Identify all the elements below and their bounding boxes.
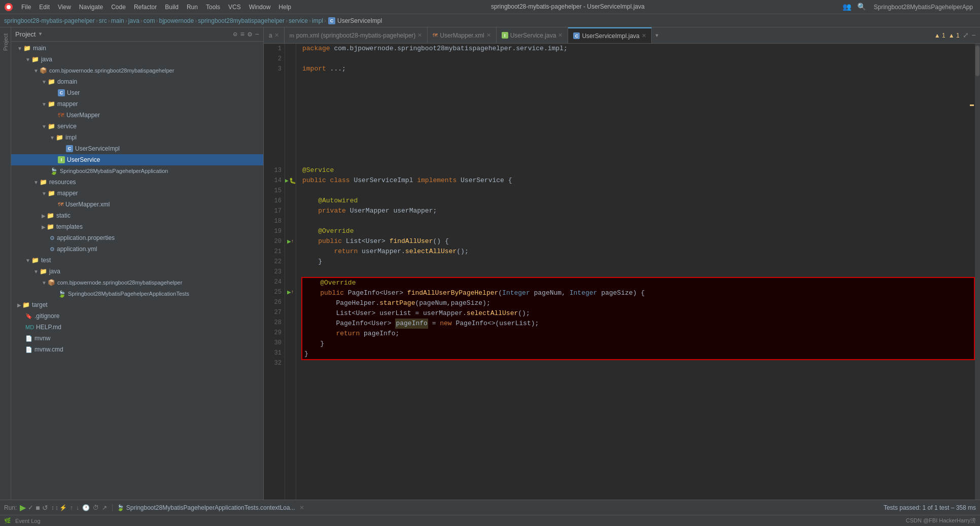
tree-item-usermapper-xml[interactable]: 🗺 UserMapper.xml — [11, 199, 263, 210]
arrow-next[interactable]: ↓ — [76, 504, 79, 511]
menu-run[interactable]: Run — [183, 3, 202, 12]
menu-refactor[interactable]: Refactor — [130, 3, 161, 12]
tree-item-test-com[interactable]: ▼ 📦 com.bjpowernode.springboot28mybatisp… — [11, 277, 263, 288]
tree-item-user-class[interactable]: C User — [11, 87, 263, 98]
menu-file[interactable]: File — [17, 3, 35, 12]
tree-item-testapp[interactable]: 🍃 Springboot28MybatisPagehelperApplicati… — [11, 288, 263, 299]
tab-userservice[interactable]: I UserService.java ✕ — [497, 27, 569, 44]
run-test-icon[interactable]: ✓ — [28, 504, 33, 511]
menu-vcs[interactable]: VCS — [224, 3, 245, 12]
tree-item-mvnwcmd[interactable]: 📄 mvnw.cmd — [11, 344, 263, 355]
history-icon[interactable]: ⏱ — [93, 504, 99, 511]
arrow-prev[interactable]: ↑ — [70, 504, 73, 511]
breadcrumb-package[interactable]: springboot28mybatispagehelper — [198, 17, 285, 24]
tree-item-userserviceimpl[interactable]: C UserServiceImpl — [11, 143, 263, 154]
code-editor[interactable]: 1 2 3 13 14 15 16 17 18 19 20 2 — [264, 44, 980, 500]
open-icon[interactable]: ↗ — [102, 504, 107, 511]
expand-editor-icon[interactable]: ⤢ — [963, 31, 969, 40]
tree-item-service[interactable]: ▼ 📁 service — [11, 121, 263, 132]
menu-window[interactable]: Window — [245, 3, 275, 12]
sort-icon-2[interactable]: ↕ — [55, 504, 58, 511]
scrollbar-track[interactable] — [975, 44, 980, 500]
tab-userservice-close[interactable]: ✕ — [558, 32, 563, 39]
tab-pom-close[interactable]: ✕ — [417, 32, 422, 39]
tab-usermapper-xml[interactable]: 🗺 UserMapper.xml ✕ — [428, 27, 496, 44]
breadcrumb-service[interactable]: service — [289, 17, 308, 24]
tree-item-usermapper[interactable]: 🗺 UserMapper — [11, 110, 263, 121]
collapse-all-icon[interactable]: ≡ — [240, 30, 244, 39]
menu-help[interactable]: Help — [274, 3, 295, 12]
breadcrumb-main[interactable]: main — [111, 17, 124, 24]
tab-pom[interactable]: m pom.xml (springboot28-mybatis-pagehelp… — [285, 27, 428, 44]
run-bar: Run: ▶ ✓ ■ ↺ ↕ ↕ ⚡ ↑ ↓ 🕐 ⏱ ↗ 🍃 Springboo… — [0, 500, 980, 515]
menu-edit[interactable]: Edit — [35, 3, 54, 12]
tree-item-app-props[interactable]: ⚙ application.properties — [11, 232, 263, 243]
breadcrumb-com[interactable]: com — [144, 17, 155, 24]
menu-build[interactable]: Build — [161, 3, 183, 12]
tab-usermapper-xml-close[interactable]: ✕ — [486, 32, 491, 39]
code-line-12 — [302, 155, 975, 165]
code-line-18 — [302, 216, 975, 226]
collapse-editor-icon[interactable]: − — [972, 31, 976, 40]
run-tab-close[interactable]: ✕ — [299, 504, 304, 511]
project-side-tab[interactable]: Project — [0, 27, 11, 500]
breadcrumb-src[interactable]: src — [99, 17, 107, 24]
code-text[interactable]: package com.bjpowernode.springboot28myba… — [296, 44, 975, 500]
scope-icon[interactable]: ⊙ — [233, 30, 237, 39]
tab-userserviceimpl[interactable]: C UserServiceImpl.java ✕ — [568, 27, 651, 44]
run-gutter-20[interactable]: ▶↑ — [285, 236, 296, 247]
breadcrumb-impl[interactable]: impl — [312, 17, 323, 24]
filter-icon[interactable]: ⚡ — [59, 504, 67, 511]
menu-view[interactable]: View — [54, 3, 75, 12]
breadcrumb-classname[interactable]: UserServiceImpl — [337, 17, 382, 24]
dropdown-icon[interactable]: ▼ — [39, 31, 42, 37]
run-rerun-btn[interactable]: ↺ — [42, 504, 48, 512]
tree-item-main[interactable]: ▼ 📁 main — [11, 43, 263, 54]
tree-item-target[interactable]: ▶ 📁 target — [11, 299, 263, 310]
run-stop-btn[interactable]: ■ — [36, 504, 40, 512]
tree-item-test[interactable]: ▼ 📁 test — [11, 255, 263, 266]
tree-item-resources-mapper[interactable]: ▼ 📁 mapper — [11, 188, 263, 199]
breadcrumb-bjpowernode[interactable]: bjpowernode — [159, 17, 194, 24]
menu-tools[interactable]: Tools — [202, 3, 224, 12]
run-label: Run: — [4, 504, 17, 511]
run-tab[interactable]: 🍃 Springboot28MybatisPagehelperApplicati… — [112, 504, 304, 511]
sort-icon-1[interactable]: ↕ — [51, 504, 54, 511]
tab-a[interactable]: a ✕ — [264, 27, 285, 44]
code-line-8 — [302, 115, 975, 125]
menu-code[interactable]: Code — [107, 3, 130, 12]
breadcrumb-java[interactable]: java — [128, 17, 139, 24]
tree-item-domain[interactable]: ▼ 📁 domain — [11, 76, 263, 87]
people-icon[interactable]: 👥 — [841, 2, 853, 12]
tree-item-mapper[interactable]: ▼ 📁 mapper — [11, 98, 263, 110]
tree-item-impl[interactable]: ▼ 📁 impl — [11, 132, 263, 143]
run-play-btn[interactable]: ▶ — [20, 503, 26, 512]
tree-item-test-java[interactable]: ▼ 📁 java — [11, 266, 263, 277]
tree-item-userservice[interactable]: I UserService — [11, 154, 263, 165]
hide-panel-icon[interactable]: − — [255, 30, 259, 39]
warning-badge2: ▲ 1 — [949, 32, 960, 39]
tree-item-java[interactable]: ▼ 📁 java — [11, 54, 263, 65]
search-icon[interactable]: 🔍 — [855, 2, 868, 12]
run-gutter-14[interactable]: ▶🐛 — [285, 176, 296, 186]
breadcrumb-project[interactable]: springboot28-mybatis-pagehelper — [4, 17, 95, 24]
tab-a-close[interactable]: ✕ — [274, 32, 279, 39]
tree-item-helpmd[interactable]: MD HELP.md — [11, 322, 263, 333]
tree-item-templates[interactable]: ▶ 📁 templates — [11, 221, 263, 232]
tree-item-resources[interactable]: ▼ 📁 resources — [11, 177, 263, 188]
tree-item-static[interactable]: ▶ 📁 static — [11, 210, 263, 221]
tree-item-app-yml[interactable]: ⚙ application.yml — [11, 243, 263, 255]
tab-userserviceimpl-close[interactable]: ✕ — [642, 32, 646, 39]
menu-navigate[interactable]: Navigate — [75, 3, 107, 12]
code-line-25: public PageInfo<User> findAllUserByPageH… — [304, 288, 972, 298]
run-gutter-25[interactable]: ▶↑ — [285, 287, 296, 297]
tree-item-springbootapp[interactable]: 🍃 Springboot28MybatisPagehelperApplicati… — [11, 165, 263, 177]
project-tree: ▼ 📁 main ▼ 📁 java ▼ 📦 com.bjpowernode.sp… — [11, 42, 263, 500]
breadcrumb-class-icon: C — [328, 17, 335, 24]
settings-icon[interactable]: ⚙ — [248, 30, 252, 39]
tab-overflow-btn[interactable]: ▾ — [652, 31, 662, 40]
project-tab-label[interactable]: Project — [2, 29, 10, 55]
tree-item-mvnw[interactable]: 📄 mvnw — [11, 333, 263, 344]
tree-item-package[interactable]: ▼ 📦 com.bjpowernode.springboot28mybatisp… — [11, 65, 263, 76]
tree-item-gitignore[interactable]: 🔖 .gitignore — [11, 310, 263, 322]
